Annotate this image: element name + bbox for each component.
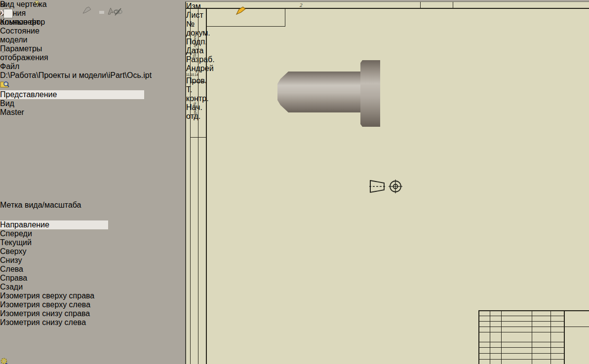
direction-listbox[interactable]: Спереди Текущий Сверху Снизу Слева Справ… [0, 229, 103, 351]
direction-item[interactable]: Слева [0, 265, 103, 274]
representation-listbox[interactable]: Master [0, 108, 125, 197]
camera-view-button[interactable] [0, 357, 282, 364]
direction-item[interactable]: Спереди [0, 229, 103, 238]
first-angle-projection-icon[interactable] [369, 179, 407, 194]
direction-item[interactable]: Изометрия сверху слева [0, 300, 103, 309]
direction-item[interactable]: Изометрия снизу слева [0, 318, 103, 327]
shaft-large-cylinder [379, 65, 464, 122]
zone-number: 2 [300, 2, 303, 8]
representation-item-master[interactable]: Master [0, 108, 125, 117]
direction-item[interactable]: Изометрия сверху справа [0, 291, 103, 300]
tab-component[interactable]: Компонент [0, 18, 38, 27]
folder-search-icon [0, 80, 9, 88]
direction-group-label: Направление [0, 220, 108, 229]
cursor-arrow-icon [106, 7, 117, 15]
shaft-collar [360, 60, 380, 127]
direction-item[interactable]: Изометрия снизу справа [0, 309, 103, 318]
label-toggle-button[interactable] [3, 9, 13, 18]
view-label: Вид [0, 99, 144, 108]
file-combobox[interactable]: D:\Работа\Проекты и модели\iPart\Ось.ipt [0, 71, 282, 80]
drawing-view-dialog: Вид чертежа Компонент Состояние модели П… [0, 0, 282, 364]
view-scale-group-label: Метка вида/масштаба [0, 201, 282, 210]
view-scale-group: Метка вида/масштаба [0, 201, 282, 220]
zone-tick [453, 2, 453, 8]
representation-group-label: Представление [0, 90, 144, 99]
dialog-client-area: Компонент Состояние модели Параметры ото… [0, 18, 282, 364]
direction-item[interactable]: Сзади [0, 283, 103, 291]
direction-item[interactable]: Снизу [0, 256, 103, 265]
raster-view-icon [81, 6, 92, 14]
representation-group: Представление Вид Master [0, 90, 144, 201]
file-label: Файл [0, 62, 282, 71]
disabled-swatch [99, 11, 104, 14]
browse-file-button[interactable] [0, 80, 282, 90]
file-path-value: D:\Работа\Проекты и модели\iPart\Ось.ipt [0, 71, 282, 80]
direction-group: Направление Спереди Текущий Сверху Снизу… [0, 220, 108, 357]
gear-search-icon [0, 357, 9, 364]
direction-item[interactable]: Справа [0, 274, 103, 283]
zone-tick [420, 2, 421, 8]
tab-display-options[interactable]: Параметры отображения [0, 44, 79, 62]
frame-box-line [285, 8, 285, 26]
edit-pencil-icon[interactable] [235, 6, 247, 15]
shaft-small-cylinder [277, 72, 363, 112]
direction-item[interactable]: Сверху [0, 247, 103, 256]
tab-model-state[interactable]: Состояние модели [0, 27, 59, 44]
application-window: 2 Перв. примен. Справ. № [0, 0, 589, 364]
direction-item[interactable]: Текущий [0, 238, 103, 247]
